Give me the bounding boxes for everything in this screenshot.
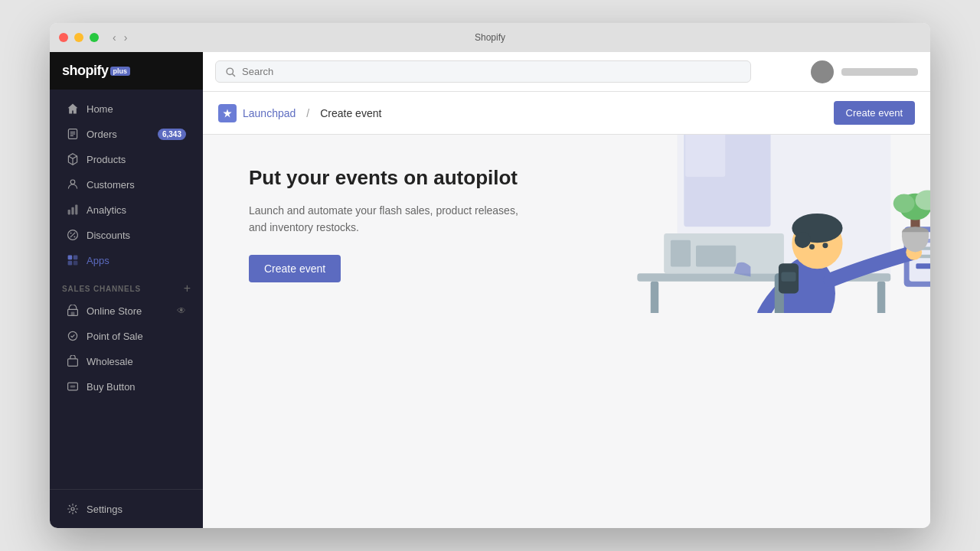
content-area: Launchpad / Create event Create event Pu… [203, 92, 930, 528]
svg-rect-60 [685, 135, 725, 177]
sidebar-label-settings: Settings [87, 504, 122, 515]
wholesale-icon [67, 355, 79, 367]
svg-rect-29 [650, 282, 658, 313]
sidebar-bottom: Settings [50, 489, 203, 528]
apps-icon [67, 254, 79, 266]
sidebar-label-buy-button: Buy Button [87, 381, 136, 393]
svg-rect-13 [68, 256, 73, 260]
customers-icon [67, 178, 79, 191]
home-icon [67, 103, 79, 115]
svg-point-12 [74, 236, 75, 237]
svg-rect-14 [74, 256, 78, 260]
avatar [811, 60, 834, 83]
svg-rect-18 [71, 312, 75, 316]
hero-section: Put your events on autopilot Launch and … [203, 135, 930, 313]
hero-subtitle: Launch and automate your flash sales, pr… [249, 202, 524, 236]
traffic-light-red[interactable] [59, 33, 68, 42]
online-store-eye-button[interactable]: 👁 [177, 305, 186, 316]
svg-point-11 [70, 233, 72, 234]
sidebar-label-analytics: Analytics [87, 204, 126, 216]
window-title: Shopify [475, 32, 505, 43]
svg-rect-36 [916, 264, 930, 269]
sidebar-label-home: Home [87, 103, 113, 115]
sidebar-item-home[interactable]: Home [54, 96, 198, 121]
add-sales-channel-button[interactable]: + [184, 282, 191, 295]
sidebar-item-online-store[interactable]: Online Store 👁 [54, 298, 198, 323]
svg-rect-20 [68, 359, 78, 367]
sidebar-item-apps[interactable]: Apps [54, 248, 198, 272]
logo-plus: plus [110, 67, 131, 76]
account-name-bar [841, 68, 918, 76]
settings-icon [67, 503, 79, 515]
svg-rect-15 [68, 261, 73, 266]
svg-point-45 [794, 233, 810, 249]
logo-text: shopify [62, 63, 109, 79]
sidebar-label-customers: Customers [87, 179, 135, 191]
svg-point-5 [70, 180, 75, 184]
orders-icon [67, 128, 79, 140]
top-bar [203, 52, 930, 92]
svg-rect-38 [670, 240, 690, 267]
sidebar-label-apps: Apps [87, 255, 109, 266]
main-content: Launchpad / Create event Create event Pu… [203, 52, 930, 528]
sidebar-label-point-of-sale: Point of Sale [87, 331, 143, 342]
svg-rect-22 [70, 385, 75, 387]
search-bar[interactable] [215, 60, 751, 83]
sidebar-item-point-of-sale[interactable]: Point of Sale [54, 324, 198, 348]
sidebar-item-settings[interactable]: Settings [54, 497, 198, 521]
discounts-icon [67, 229, 79, 241]
forward-button[interactable]: › [122, 31, 129, 44]
svg-rect-7 [71, 207, 74, 215]
svg-rect-8 [75, 205, 77, 215]
launchpad-icon [218, 104, 237, 122]
breadcrumb-current: Create event [320, 107, 381, 119]
buy-button-icon [67, 380, 79, 393]
sales-channels-label: SALES CHANNELS [62, 285, 141, 293]
sidebar-item-analytics[interactable]: Analytics [54, 197, 198, 222]
analytics-icon [67, 204, 79, 216]
sales-channels-section: SALES CHANNELS + [50, 273, 203, 298]
illustration-svg [531, 135, 931, 313]
store-icon [67, 305, 79, 317]
svg-rect-16 [74, 261, 78, 266]
pos-icon [67, 330, 79, 342]
sidebar-label-orders: Orders [87, 129, 117, 140]
traffic-light-green[interactable] [90, 33, 99, 42]
sidebar-label-discounts: Discounts [87, 230, 130, 241]
sidebar-item-discounts[interactable]: Discounts [54, 223, 198, 247]
sidebar-label-wholesale: Wholesale [87, 356, 133, 367]
search-input[interactable] [242, 66, 741, 77]
header-create-event-button[interactable]: Create event [834, 101, 915, 125]
sidebar-label-products: Products [87, 154, 126, 165]
svg-point-47 [822, 243, 828, 249]
title-bar: ‹ › Shopify [50, 23, 930, 52]
orders-badge: 6,343 [158, 129, 186, 140]
mac-window: ‹ › Shopify shopify plus Home [50, 23, 930, 528]
products-icon [67, 153, 79, 165]
hero-title: Put your events on autopilot [249, 165, 524, 191]
svg-rect-30 [877, 282, 884, 313]
hero-text: Put your events on autopilot Launch and … [249, 165, 524, 282]
hero-illustration [531, 135, 931, 313]
svg-rect-6 [68, 210, 70, 214]
svg-rect-39 [695, 246, 735, 267]
breadcrumb-parent[interactable]: Launchpad [243, 107, 296, 119]
svg-point-51 [893, 194, 914, 213]
sidebar-item-wholesale[interactable]: Wholesale [54, 349, 198, 373]
window-body: shopify plus Home [50, 52, 930, 528]
hero-create-event-button[interactable]: Create event [249, 255, 341, 282]
sidebar-item-customers[interactable]: Customers [54, 172, 198, 197]
traffic-light-yellow[interactable] [74, 33, 83, 42]
avatar-area [811, 60, 918, 83]
sidebar: shopify plus Home [50, 52, 203, 528]
sidebar-item-orders[interactable]: Orders 6,343 [54, 122, 198, 146]
sidebar-label-online-store: Online Store [87, 305, 142, 317]
back-button[interactable]: ‹ [111, 31, 118, 44]
svg-point-46 [809, 244, 815, 249]
sidebar-item-products[interactable]: Products [54, 147, 198, 171]
svg-point-23 [71, 507, 74, 510]
sidebar-logo: shopify plus [50, 52, 203, 90]
sidebar-item-buy-button[interactable]: Buy Button [54, 374, 198, 399]
window-nav: ‹ › [111, 31, 129, 44]
svg-rect-59 [781, 272, 795, 282]
